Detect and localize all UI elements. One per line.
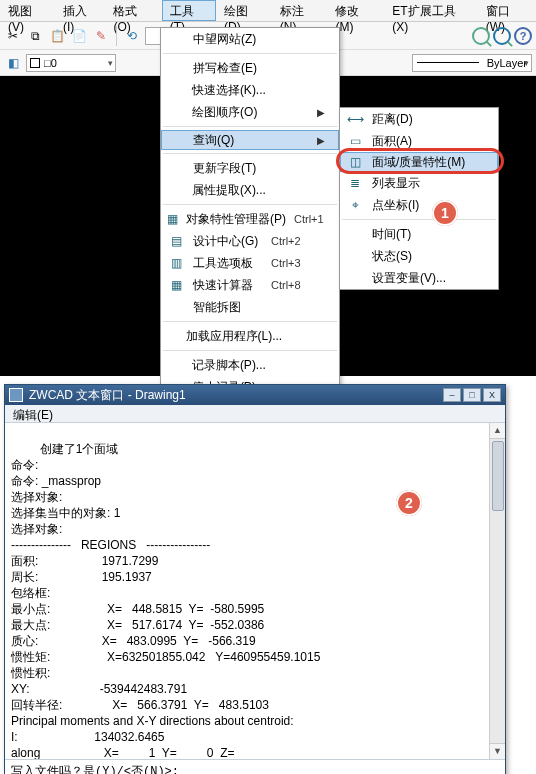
scroll-up-icon[interactable]: ▲ xyxy=(490,423,505,439)
menu-item-label: 更新字段(T) xyxy=(193,160,263,177)
menu-视图[interactable]: 视图(V) xyxy=(0,0,55,21)
query-item[interactable]: ⟷距离(D) xyxy=(340,108,498,130)
tools-item[interactable]: 记录脚本(P)... xyxy=(161,354,339,376)
annotation-badge-1: 1 xyxy=(432,200,458,226)
menu-插入[interactable]: 插入(I) xyxy=(55,0,105,21)
menu-绘图[interactable]: 绘图(D) xyxy=(216,0,272,21)
menu-item-shortcut: Ctrl+3 xyxy=(271,257,317,269)
menu-ET扩展工具[interactable]: ET扩展工具(X) xyxy=(384,0,477,21)
menu-item-icon: ▤ xyxy=(167,233,185,249)
menu-item-label: 记录脚本(P)... xyxy=(192,357,266,374)
tools-item[interactable]: ▤设计中心(G)Ctrl+2 xyxy=(161,230,339,252)
app-icon xyxy=(9,388,23,402)
tools-item[interactable]: 中望网站(Z) xyxy=(161,28,339,50)
menu-item-label: 状态(S) xyxy=(372,248,484,265)
menu-item-icon: ▦ xyxy=(167,211,178,227)
menu-item-label: 加载应用程序(L)... xyxy=(186,328,283,345)
menu-item-icon xyxy=(167,357,184,373)
menu-separator xyxy=(163,153,337,154)
tools-item[interactable]: 绘图顺序(O)▶ xyxy=(161,101,339,123)
menu-item-shortcut: Ctrl+2 xyxy=(271,235,317,247)
zoom-icon-2[interactable] xyxy=(493,27,511,45)
tools-item[interactable]: 加载应用程序(L)... xyxy=(161,325,339,347)
annotation-circle xyxy=(336,148,504,174)
tools-item[interactable]: 智能拆图 xyxy=(161,296,339,318)
edit-menu[interactable]: 编辑(E) xyxy=(5,405,505,423)
menu-item-label: 查询(Q) xyxy=(193,132,255,149)
linetype-selector[interactable]: ByLayer xyxy=(412,54,532,72)
minimize-button[interactable]: – xyxy=(443,388,461,402)
titlebar[interactable]: ZWCAD 文本窗口 - Drawing1 – □ X xyxy=(5,385,505,405)
close-button[interactable]: X xyxy=(483,388,501,402)
menu-item-label: 面积(A) xyxy=(372,133,484,150)
menu-修改[interactable]: 修改(M) xyxy=(327,0,384,21)
tools-item[interactable]: ▥工具选项板Ctrl+3 xyxy=(161,252,339,274)
menu-item-icon xyxy=(167,132,185,148)
tools-item[interactable]: ▦对象特性管理器(P)Ctrl+1 xyxy=(161,208,339,230)
menu-item-icon xyxy=(167,60,185,76)
text-window: ZWCAD 文本窗口 - Drawing1 – □ X 编辑(E) 创建了1个面… xyxy=(4,384,506,774)
tools-item[interactable]: 查询(Q)▶ xyxy=(161,130,339,150)
menu-item-label: 属性提取(X)... xyxy=(192,182,266,199)
menu-item-icon xyxy=(346,226,364,242)
menu-item-label: 智能拆图 xyxy=(193,299,263,316)
window-title: ZWCAD 文本窗口 - Drawing1 xyxy=(29,387,443,404)
scissors-icon[interactable]: ✂ xyxy=(4,27,22,45)
menu-格式[interactable]: 格式(O) xyxy=(105,0,161,21)
query-item[interactable]: ≣列表显示 xyxy=(340,172,498,194)
menu-item-label: 时间(T) xyxy=(372,226,484,243)
help-icon[interactable]: ? xyxy=(514,27,532,45)
tools-item[interactable]: 拼写检查(E) xyxy=(161,57,339,79)
submenu-arrow-icon: ▶ xyxy=(317,107,325,118)
scroll-down-icon[interactable]: ▼ xyxy=(490,743,505,759)
query-item[interactable]: 时间(T) xyxy=(340,223,498,245)
menu-item-label: 点坐标(I) xyxy=(372,197,484,214)
menu-item-icon xyxy=(167,82,184,98)
menu-item-label: 距离(D) xyxy=(372,111,484,128)
zoom-icon[interactable] xyxy=(472,27,490,45)
scroll-thumb[interactable] xyxy=(492,441,504,511)
menubar: 视图(V)插入(I)格式(O)工具(T)绘图(D)标注(N)修改(M)ET扩展工… xyxy=(0,0,536,22)
menu-窗口[interactable]: 窗口(W) xyxy=(478,0,536,21)
query-item[interactable]: ⌖点坐标(I) xyxy=(340,194,498,216)
layer-state-icon[interactable]: ◧ xyxy=(4,54,22,72)
clipboard-icon[interactable]: 📄 xyxy=(70,27,88,45)
tools-item[interactable]: 快速选择(K)... xyxy=(161,79,339,101)
query-item[interactable]: 设置变量(V)... xyxy=(340,267,498,289)
maximize-button[interactable]: □ xyxy=(463,388,481,402)
menu-标注[interactable]: 标注(N) xyxy=(272,0,328,21)
linetype-preview xyxy=(417,62,479,63)
menu-item-label: 设置变量(V)... xyxy=(372,270,484,287)
paste-icon[interactable]: 📋 xyxy=(48,27,66,45)
tools-item[interactable]: 属性提取(X)... xyxy=(161,179,339,201)
menu-item-shortcut: Ctrl+1 xyxy=(294,213,324,225)
linetype-label: ByLayer xyxy=(487,57,527,69)
layer-color-swatch xyxy=(30,58,40,68)
menu-separator xyxy=(342,219,496,220)
tools-dropdown: 中望网站(Z)拼写检查(E)快速选择(K)...绘图顺序(O)▶查询(Q)▶更新… xyxy=(160,27,340,421)
command-input[interactable]: 写入文件吗？是(Y)/<否(N)>: xyxy=(5,759,505,774)
vertical-scrollbar[interactable]: ▲ ▼ xyxy=(489,423,505,759)
copy-icon[interactable]: ⧉ xyxy=(26,27,44,45)
menu-separator xyxy=(163,126,337,127)
undo-icon[interactable]: ⟲ xyxy=(123,27,141,45)
toolbar-separator xyxy=(116,26,117,46)
menu-item-icon xyxy=(346,270,364,286)
brush-icon[interactable]: ✎ xyxy=(92,27,110,45)
menu-item-label: 中望网站(Z) xyxy=(193,31,263,48)
menu-item-icon: ≣ xyxy=(346,175,364,191)
annotation-badge-2: 2 xyxy=(396,490,422,516)
tools-item[interactable]: ▦快速计算器Ctrl+8 xyxy=(161,274,339,296)
menu-item-label: 快速计算器 xyxy=(193,277,263,294)
query-item[interactable]: 状态(S) xyxy=(340,245,498,267)
menu-item-icon xyxy=(167,299,185,315)
tools-item[interactable]: 更新字段(T) xyxy=(161,157,339,179)
drawing-area[interactable]: 中望网站(Z)拼写检查(E)快速选择(K)...绘图顺序(O)▶查询(Q)▶更新… xyxy=(0,76,536,376)
layer-selector[interactable]: □0 xyxy=(26,54,116,72)
console-text: 创建了1个面域 命令: 命令: _massprop 选择对象: 选择集当中的对象… xyxy=(11,442,320,759)
menu-item-label: 拼写检查(E) xyxy=(193,60,263,77)
menu-item-icon: ▦ xyxy=(167,277,185,293)
menu-工具[interactable]: 工具(T) xyxy=(162,0,216,21)
menu-item-icon xyxy=(167,31,185,47)
console-output: 创建了1个面域 命令: 命令: _massprop 选择对象: 选择集当中的对象… xyxy=(5,423,505,759)
